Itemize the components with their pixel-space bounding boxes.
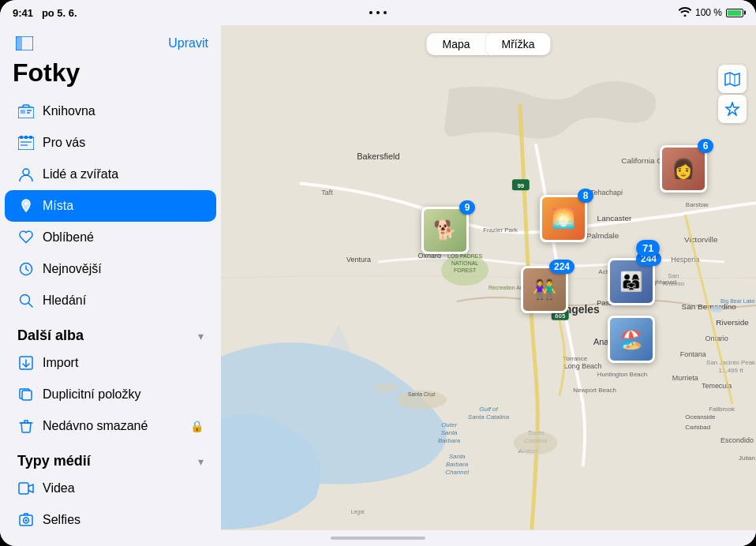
map-area[interactable]: 99 LOS PADRES NATIONAL FOREST Bakersfiel… [221, 25, 756, 530]
sidebar-label-knihovna: Knihovna [43, 104, 95, 118]
svg-rect-19 [19, 483, 28, 494]
pin-bubble-71: 71 [636, 240, 660, 256]
sidebar: Upravit Fotky Knihovn [0, 25, 221, 530]
svg-text:Barstow: Barstow [686, 201, 709, 208]
location-button[interactable] [718, 95, 747, 123]
pin-badge-6: 6 [698, 139, 713, 153]
svg-text:Huntington Beach: Huntington Beach [597, 371, 647, 378]
pin-badge-8: 8 [578, 189, 593, 203]
sidebar-label-import: Import [43, 356, 78, 370]
svg-text:Riverside: Riverside [716, 318, 749, 327]
svg-text:Santa: Santa [449, 453, 466, 460]
sidebar-item-videa[interactable]: Videa [5, 473, 216, 504]
svg-text:Oceanside: Oceanside [685, 413, 716, 421]
sidebar-item-pro-vas[interactable]: Pro vás [5, 127, 216, 159]
svg-text:Barbara: Barbara [438, 437, 461, 444]
device-frame: 9:41 po 5. 6. 100 % [0, 0, 756, 546]
sidebar-label-videa: Videa [43, 481, 75, 496]
svg-point-12 [23, 169, 29, 175]
svg-text:Channel: Channel [445, 469, 469, 476]
status-time: 9:41 po 5. 6. [13, 7, 77, 19]
sidebar-item-knihovna[interactable]: Knihovna [5, 95, 216, 127]
edit-button[interactable]: Upravit [168, 36, 208, 50]
pin-8[interactable]: 🌅 8 [540, 195, 587, 242]
status-center [369, 11, 387, 14]
svg-point-83 [710, 306, 723, 312]
svg-text:605: 605 [555, 312, 566, 320]
sidebar-item-nejnovejsi[interactable]: Nejnovější [5, 253, 216, 285]
sidebar-label-lide: Lidé a zvířata [43, 167, 118, 181]
pin-9[interactable]: 🐕 9 [421, 207, 469, 254]
map-controls [718, 65, 747, 123]
svg-text:Outer: Outer [441, 421, 457, 428]
svg-text:Taft: Taft [321, 189, 333, 196]
pin-beach[interactable]: 🏖️ [608, 316, 655, 363]
svg-text:Big Bear Lake: Big Bear Lake [720, 298, 755, 305]
svg-text:Torrance: Torrance [563, 355, 588, 362]
svg-rect-8 [24, 136, 28, 139]
pin-badge-224: 224 [549, 260, 574, 274]
sidebar-item-mista[interactable]: Místa [5, 190, 216, 222]
svg-text:Gulf of: Gulf of [479, 406, 498, 413]
people-icon [17, 166, 35, 183]
trash-icon [17, 417, 35, 435]
home-bar [0, 530, 756, 546]
selfie-icon [17, 511, 35, 529]
favorites-icon [17, 229, 35, 246]
section-typy-header[interactable]: Typy médií ▾ [0, 442, 221, 473]
svg-text:San Jacinto Peak: San Jacinto Peak [706, 359, 755, 366]
sidebar-label-oblibene: Oblíbené [43, 230, 94, 245]
pin-71[interactable]: 71 [636, 240, 660, 256]
pin-244[interactable]: 👨‍👩‍👧 244 [608, 258, 655, 305]
svg-rect-3 [21, 110, 25, 114]
section-typy-chevron: ▾ [198, 455, 204, 468]
svg-text:NATIONAL: NATIONAL [451, 260, 478, 266]
section-typy-title: Typy médií [17, 453, 91, 469]
svg-text:Lancaster: Lancaster [597, 214, 632, 223]
svg-text:Palmdale: Palmdale [586, 231, 619, 240]
map-button[interactable]: Mapa [426, 33, 485, 55]
section-dalsi-alba-items: Import Duplicitní položky [0, 347, 221, 442]
dot2 [376, 11, 380, 14]
pin-224[interactable]: 👫 224 [521, 266, 568, 313]
photo-thumb-beach: 🏖️ [608, 316, 655, 363]
svg-point-22 [25, 519, 28, 522]
dot1 [369, 11, 372, 14]
map-toggle-group: Mapa Mřížka [426, 33, 550, 55]
recent-icon [17, 260, 35, 278]
photo-thumb-portrait: 👩 [660, 145, 707, 193]
home-indicator [331, 537, 425, 540]
sidebar-label-mista: Místa [43, 199, 73, 213]
section-dalsi-alba-header[interactable]: Další alba ▾ [0, 316, 221, 347]
sidebar-label-smazane: Nedávno smazané [43, 419, 148, 433]
library-icon [17, 103, 35, 120]
pin-6[interactable]: 👩 6 [660, 145, 707, 193]
sidebar-item-oblibene[interactable]: Oblíbené [5, 222, 216, 253]
section-typy-items: Videa Selfies [0, 473, 221, 530]
svg-text:Legal: Legal [351, 509, 365, 515]
lock-icon: 🔒 [190, 420, 204, 432]
sidebar-item-smazane[interactable]: Nedávno smazané 🔒 [5, 410, 216, 442]
svg-text:Julian: Julian [739, 454, 755, 462]
sidebar-toggle-button[interactable] [13, 32, 36, 55]
battery-percent: 100 % [695, 7, 722, 18]
sidebar-item-selfies[interactable]: Selfies [5, 504, 216, 530]
svg-line-16 [28, 303, 32, 307]
sidebar-item-duplicitni[interactable]: Duplicitní položky [5, 379, 216, 410]
main-content: Upravit Fotky Knihovn [0, 25, 756, 530]
svg-text:Bakersfield: Bakersfield [357, 151, 399, 161]
sidebar-item-lide-zvirata[interactable]: Lidé a zvířata [5, 159, 216, 190]
svg-text:Fontana: Fontana [680, 350, 706, 358]
svg-text:Escondido: Escondido [720, 436, 754, 444]
svg-point-13 [24, 202, 28, 205]
svg-rect-18 [22, 391, 32, 400]
grid-button[interactable]: Mřížka [486, 33, 551, 55]
map-type-button[interactable] [718, 65, 747, 93]
sidebar-item-hledani[interactable]: Hledání [5, 285, 216, 316]
svg-text:Frazier Park: Frazier Park [483, 226, 517, 234]
time-text: 9:41 [13, 7, 33, 19]
status-right: 100 % [679, 7, 743, 19]
photo-thumb-sunset: 🌅 [540, 195, 587, 242]
wifi-icon [679, 7, 691, 19]
sidebar-item-import[interactable]: Import [5, 347, 216, 379]
